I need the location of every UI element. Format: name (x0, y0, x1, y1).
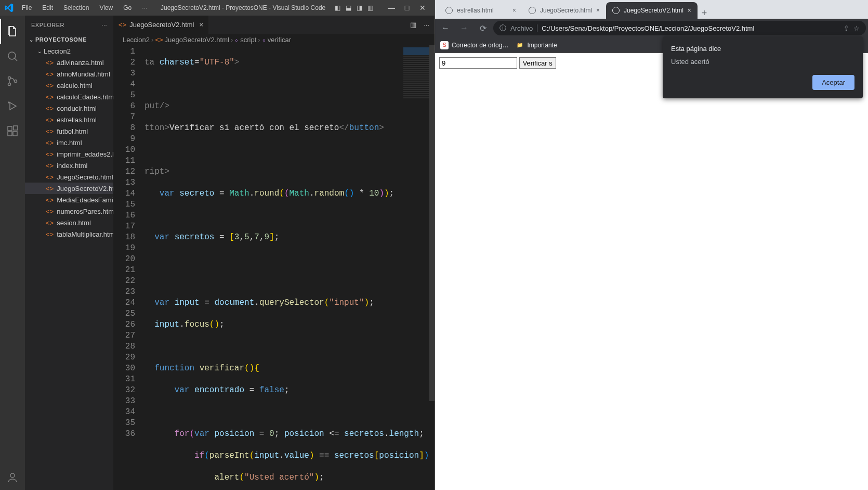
line-gutter: 1234567891011121314151617181920212223242… (113, 45, 144, 490)
menu-more[interactable]: ··· (138, 2, 151, 14)
file-label: futbol.html (57, 127, 88, 135)
guess-input[interactable] (439, 57, 517, 69)
svg-point-2 (8, 83, 11, 86)
activity-source-control-icon[interactable] (0, 69, 25, 94)
share-icon[interactable]: ⇪ (844, 24, 849, 32)
explorer-sidebar: EXPLORER ··· ⌄PROYECTOSONE ⌄Leccion2 <>a… (25, 16, 113, 490)
split-editor-icon[interactable]: ▥ (410, 21, 416, 29)
minimap[interactable] (403, 47, 429, 99)
browser-tab[interactable]: estrellas.html× (439, 2, 522, 19)
layout-panel-bottom-icon[interactable]: ⬓ (346, 4, 351, 11)
layout-customize-icon[interactable]: ▥ (367, 4, 373, 11)
file-item[interactable]: <>sesion.html (25, 217, 113, 228)
file-label: ahnoMundial.html (57, 70, 110, 78)
code-content[interactable]: ta charset="UTF-8"> put/> tton>Verificar… (144, 45, 435, 490)
explorer-title: EXPLORER (31, 22, 64, 28)
file-item[interactable]: <>calculo.html (25, 80, 113, 91)
file-label: sesion.html (57, 219, 91, 227)
tab-title: estrellas.html (457, 7, 494, 14)
maximize-button[interactable]: □ (399, 4, 415, 12)
close-tab-icon[interactable]: × (688, 7, 691, 14)
html-file-icon: <> (46, 70, 54, 78)
editor-tab[interactable]: <> JuegoSecretoV2.html × (113, 16, 209, 34)
reload-button[interactable]: ⟳ (475, 20, 491, 36)
activity-account-icon[interactable] (0, 465, 25, 490)
menu-bar: File Edit Selection View Go ··· (18, 2, 151, 14)
file-item[interactable]: <>adivinanza.html (25, 57, 113, 68)
back-button[interactable]: ← (437, 20, 454, 36)
activity-extensions-icon[interactable] (0, 119, 25, 144)
svg-point-9 (10, 473, 15, 478)
menu-selection[interactable]: Selection (59, 2, 93, 14)
menu-file[interactable]: File (18, 2, 36, 14)
editor-more-icon[interactable]: ··· (424, 21, 429, 29)
minimize-button[interactable]: — (384, 4, 399, 12)
svg-point-4 (8, 102, 9, 103)
activity-explorer-icon[interactable] (0, 19, 25, 44)
globe-icon (445, 7, 453, 14)
breadcrumb[interactable]: Leccion2› <> JuegoSecretoV2.html› ⬨ scri… (113, 34, 435, 45)
html-file-icon: <> (46, 219, 54, 227)
file-item[interactable]: <>MediaEdadesFamilia.html (25, 194, 113, 205)
file-item[interactable]: <>ahnoMundial.html (25, 68, 113, 80)
globe-icon (612, 7, 620, 14)
menu-view[interactable]: View (95, 2, 117, 14)
file-label: imprimir_edades2.html (57, 150, 113, 158)
verify-button[interactable]: Verificar s (519, 57, 556, 69)
layout-panel-right-icon[interactable]: ◨ (357, 4, 362, 11)
activity-search-icon[interactable] (0, 44, 25, 69)
file-item[interactable]: <>futbol.html (25, 125, 113, 137)
close-window-button[interactable]: ✕ (415, 4, 430, 12)
file-item[interactable]: <>index.html (25, 160, 113, 171)
alert-accept-button[interactable]: Aceptar (812, 75, 854, 90)
tab-title: JuegoSecreto.html (540, 7, 592, 14)
forward-button[interactable]: → (456, 20, 472, 36)
folder-leccion2[interactable]: ⌄Leccion2 (25, 45, 113, 57)
file-item[interactable]: <>numerosPares.html (25, 205, 113, 217)
activity-bar (0, 16, 25, 490)
file-item[interactable]: <>imprimir_edades2.html (25, 148, 113, 160)
file-item[interactable]: <>JuegoSecreto.html (25, 171, 113, 183)
html-file-icon: <> (46, 105, 54, 112)
alert-dialog: Esta página dice Usted acertó Aceptar (663, 36, 863, 98)
menu-edit[interactable]: Edit (38, 2, 57, 14)
site-info-icon[interactable]: ⓘ (499, 23, 506, 33)
new-tab-button[interactable]: + (698, 8, 712, 19)
bookmark-star-icon[interactable]: ☆ (853, 24, 860, 32)
file-item[interactable]: <>estrellas.html (25, 114, 113, 125)
menu-go[interactable]: Go (119, 2, 136, 14)
browser-tab[interactable]: JuegoSecreto.html× (522, 2, 606, 19)
close-tab-icon[interactable]: × (596, 7, 600, 14)
file-tree: ⌄PROYECTOSONE ⌄Leccion2 <>adivinanza.htm… (25, 34, 113, 490)
vscode-logo-icon (4, 3, 14, 12)
file-label: calculoEdades.html (57, 93, 113, 101)
address-bar[interactable]: ⓘ Archivo C:/Users/Sena/Desktop/Proyecto… (493, 21, 866, 35)
file-label: JuegoSecretoV2.html (57, 185, 113, 192)
file-label: adivinanza.html (57, 59, 103, 67)
html-file-icon: <> (46, 230, 54, 238)
file-label: numerosPares.html (57, 208, 113, 215)
vertical-scrollbar[interactable] (429, 45, 435, 490)
file-item[interactable]: <>tablaMultiplicar.html (25, 228, 113, 240)
bookmark-label: Corrector de ortog… (452, 42, 508, 49)
tab-title: JuegoSecretoV2.html (624, 7, 683, 14)
close-tab-icon[interactable]: × (199, 21, 203, 29)
code-editor[interactable]: 1234567891011121314151617181920212223242… (113, 45, 435, 490)
bookmark-item[interactable]: 📁Importante (516, 41, 557, 49)
layout-panel-left-icon[interactable]: ◧ (335, 4, 340, 11)
activity-run-debug-icon[interactable] (0, 94, 25, 119)
explorer-more-icon[interactable]: ··· (101, 22, 107, 28)
file-item[interactable]: <>imc.html (25, 137, 113, 148)
file-label: imc.html (57, 139, 82, 147)
html-file-icon: <> (46, 139, 54, 147)
file-item[interactable]: <>calculoEdades.html (25, 91, 113, 102)
svg-point-3 (15, 80, 17, 83)
file-item[interactable]: <>conducir.html (25, 102, 113, 114)
project-folder[interactable]: ⌄PROYECTOSONE (25, 34, 113, 45)
bookmark-item[interactable]: SCorrector de ortog… (440, 41, 508, 49)
browser-tabstrip: estrellas.html×JuegoSecreto.html×JuegoSe… (435, 0, 868, 19)
file-item[interactable]: <>JuegoSecretoV2.html (25, 183, 113, 194)
close-tab-icon[interactable]: × (512, 7, 516, 14)
html-file-icon: <> (46, 127, 54, 135)
browser-tab[interactable]: JuegoSecretoV2.html× (606, 2, 698, 19)
